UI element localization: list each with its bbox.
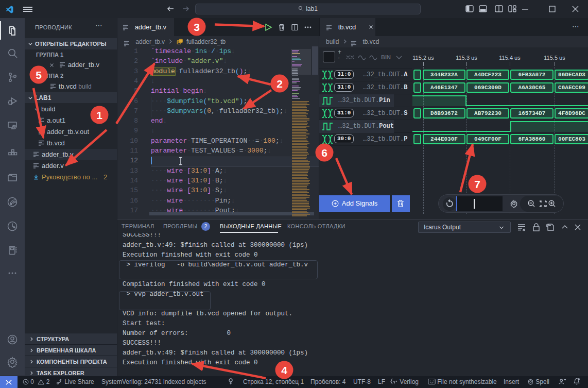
- svg-text:BIN: BIN: [381, 54, 391, 60]
